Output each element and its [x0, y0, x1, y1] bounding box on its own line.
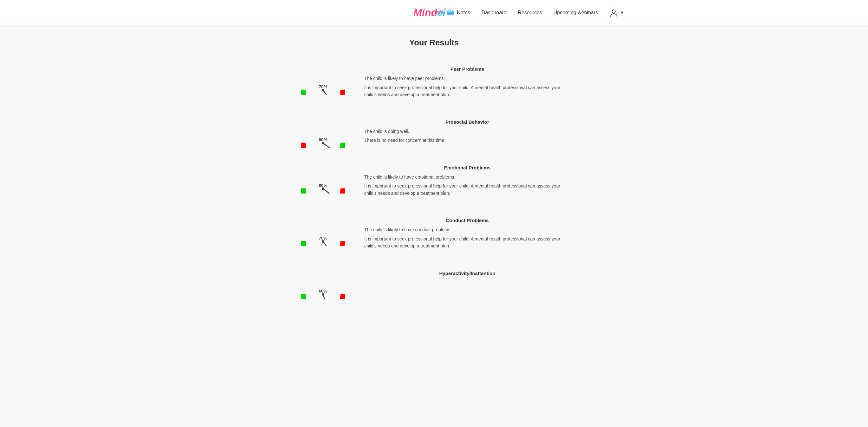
svg-point-2: [322, 89, 324, 91]
result-text: Peer ProblemsThe child is likely to have…: [364, 63, 570, 100]
navbar: Mindei 🏔 Tools Notes Dashboard Resources…: [0, 0, 868, 25]
svg-line-1: [323, 90, 331, 95]
gauge: 70%: [298, 63, 348, 92]
result-row: 70%Conduct ProblemsThe child is likely t…: [298, 215, 570, 252]
nav-webinars[interactable]: Upcoming webinars: [554, 10, 598, 16]
result-description: The child is likely to have emotional pr…: [364, 173, 570, 181]
result-title: Emotional Problems: [364, 165, 570, 170]
logo-mind: Mind: [413, 7, 437, 18]
gauge-container: 70%: [298, 215, 348, 243]
result-description: The child is likely to have conduct prob…: [364, 226, 570, 233]
results-container: 70%Peer ProblemsThe child is likely to h…: [298, 63, 570, 296]
result-text: Prosocial BehaviorThe child is doing wel…: [364, 116, 570, 146]
result-row: 60%Hyperactivity/Inattention: [298, 267, 570, 296]
gauge-container: 80%: [298, 116, 348, 145]
result-title: Conduct Problems: [364, 218, 570, 223]
user-icon: [609, 8, 618, 17]
gauge-value: 70%: [319, 84, 327, 89]
nav-resources[interactable]: Resources: [518, 10, 542, 16]
nav-notes[interactable]: Notes: [457, 10, 470, 16]
result-description: The child is doing well.: [364, 128, 570, 135]
gauge: 80%: [298, 162, 348, 190]
svg-point-6: [322, 188, 324, 190]
logo-ei: ei: [437, 7, 446, 18]
result-description: It is important to seek professional hel…: [364, 235, 570, 250]
svg-point-8: [322, 240, 324, 243]
page-content: Your Results 70%Peer ProblemsThe child i…: [291, 38, 577, 296]
svg-line-3: [323, 143, 335, 148]
chevron-down-icon: ▼: [620, 10, 624, 15]
logo[interactable]: Mindei 🏔: [413, 7, 454, 19]
svg-point-10: [322, 293, 324, 296]
nav-links: Tools Notes Dashboard Resources Upcoming…: [434, 8, 624, 17]
gauge-value: 70%: [319, 236, 327, 240]
gauge-value: 80%: [319, 183, 327, 188]
result-text: Hyperactivity/Inattention: [364, 267, 570, 279]
result-title: Prosocial Behavior: [364, 119, 570, 125]
result-description: It is important to seek professional hel…: [364, 182, 570, 197]
nav-dashboard[interactable]: Dashboard: [482, 10, 506, 16]
gauge-value: 80%: [319, 137, 327, 142]
result-description: The child is likely to have peer problem…: [364, 75, 570, 82]
result-title: Peer Problems: [364, 66, 570, 72]
gauge: 80%: [298, 116, 348, 145]
result-text: Emotional ProblemsThe child is likely to…: [364, 162, 570, 199]
result-title: Hyperactivity/Inattention: [364, 271, 570, 276]
svg-line-5: [323, 189, 335, 194]
result-row: 80%Emotional ProblemsThe child is likely…: [298, 162, 570, 199]
page-title: Your Results: [298, 38, 570, 47]
svg-line-7: [323, 241, 331, 246]
result-text: Conduct ProblemsThe child is likely to h…: [364, 215, 570, 252]
gauge: 70%: [298, 215, 348, 243]
result-row: 80%Prosocial BehaviorThe child is doing …: [298, 116, 570, 146]
gauge-container: 80%: [298, 162, 348, 190]
svg-point-0: [612, 10, 615, 13]
result-row: 70%Peer ProblemsThe child is likely to h…: [298, 63, 570, 100]
logo-text: Mindei: [413, 7, 445, 19]
gauge-container: 70%: [298, 63, 348, 92]
user-menu[interactable]: ▼: [609, 8, 624, 17]
result-description: There is no need for concern at this tim…: [364, 137, 570, 144]
gauge-container: 60%: [298, 267, 348, 296]
lighthouse-icon: 🏔: [446, 8, 455, 17]
gauge-value: 60%: [319, 289, 327, 293]
svg-point-4: [322, 142, 324, 144]
gauge: 60%: [298, 267, 348, 296]
result-description: It is important to seek professional hel…: [364, 84, 570, 98]
